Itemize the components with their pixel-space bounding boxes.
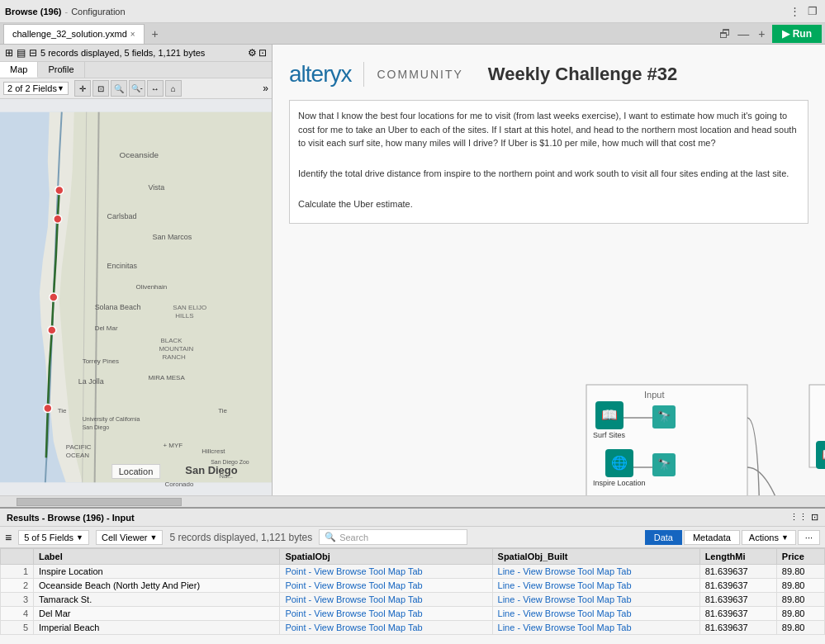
right-panel[interactable]: alteryx COMMUNITY Weekly Challenge #32 N…: [273, 45, 825, 495]
search-box[interactable]: 🔍 Search: [319, 529, 467, 545]
map-area[interactable]: Oceanside Vista Carlsbad San Marcos Enci…: [0, 99, 272, 495]
metadata-tab-btn[interactable]: Metadata: [684, 530, 740, 545]
map-pan-icon[interactable]: ↔: [147, 80, 164, 97]
table-row[interactable]: 3 Tamarack St. Point - View Browse Tool …: [1, 593, 825, 607]
tab-label: challenge_32_solution.yxmd: [12, 29, 127, 39]
col-record: [1, 549, 34, 565]
svg-point-31: [54, 215, 62, 223]
browse-icon-2: 🔭: [652, 453, 676, 476]
svg-text:MOUNTAIN: MOUNTAIN: [159, 345, 193, 353]
svg-text:BLACK: BLACK: [160, 337, 183, 344]
tab-close-btn[interactable]: ×: [130, 30, 135, 39]
workflow-hscroll[interactable]: [0, 495, 825, 507]
map-tab[interactable]: Map: [0, 62, 38, 78]
table-row[interactable]: 4 Del Mar Point - View Browse Tool Map T…: [1, 607, 825, 621]
data-tab-btn[interactable]: Data: [645, 530, 682, 545]
svg-text:Na...: Na...: [219, 472, 233, 480]
top-bar: Browse (196) - Configuration ⋮ ❐: [0, 0, 825, 23]
surf-sites-tool[interactable]: 📖 Surf Sites: [593, 401, 625, 439]
map-zoom-in-icon[interactable]: 🔍: [111, 80, 127, 97]
surf-sites-icon: 📖: [595, 401, 623, 429]
search-icon: 🔍: [325, 532, 336, 542]
left-panel: ⊞ ▤ ⊟ 5 records displayed, 5 fields, 1,1…: [0, 45, 273, 495]
table-row[interactable]: 2 Oceanside Beach (North Jetty And Pier)…: [1, 579, 825, 593]
svg-text:La Jolla: La Jolla: [78, 377, 104, 386]
cell-viewer-chevron-icon: ▼: [149, 533, 157, 542]
inspire-label: Inspire Location: [593, 479, 646, 487]
alteryx-header: alteryx COMMUNITY Weekly Challenge #32: [289, 61, 808, 88]
actions-label: Actions: [749, 533, 779, 542]
svg-text:Olivenhain: Olivenhain: [136, 283, 168, 291]
fields-chevron-icon: ▼: [57, 84, 64, 92]
col-length[interactable]: LengthMi: [699, 549, 776, 565]
browse-title: Browse (196): [5, 7, 61, 17]
map-select-icon[interactable]: ⊡: [92, 80, 109, 97]
menu-dots-btn[interactable]: ⋮: [787, 4, 802, 19]
browse-separator: -: [64, 7, 68, 17]
map-zoom-out-icon[interactable]: 🔍-: [129, 80, 145, 97]
cell-spatial-built: Line - View Browse Tool Map Tab: [492, 607, 699, 621]
cell-price: 89.80: [776, 579, 824, 593]
table-row[interactable]: 1 Inspire Location Point - View Browse T…: [1, 565, 825, 579]
table-row[interactable]: 5 Imperial Beach Point - View Browse Too…: [1, 621, 825, 635]
logo-separator: [363, 62, 364, 87]
fields-dropdown[interactable]: 2 of 2 Fields ▼: [3, 82, 69, 95]
hscroll-thumb[interactable]: [17, 498, 182, 506]
results-title: Results - Browse (196) - Input: [7, 513, 135, 523]
fields-chevron-icon: ▼: [76, 533, 83, 542]
cell-viewer-dropdown[interactable]: Cell Viewer ▼: [96, 530, 163, 545]
output-book-tool[interactable]: 📖: [816, 441, 825, 469]
svg-text:Oceanside: Oceanside: [120, 150, 159, 159]
profile-tab[interactable]: Profile: [38, 62, 84, 78]
map-home-icon[interactable]: ⌂: [165, 80, 182, 97]
results-expand-icon[interactable]: ⊡: [811, 512, 818, 523]
window-maximize-btn[interactable]: +: [754, 26, 769, 41]
inspire-browse[interactable]: 🔭: [652, 453, 676, 476]
browse-expand-icon[interactable]: ⊡: [258, 47, 267, 59]
svg-point-32: [50, 293, 58, 301]
map-add-icon[interactable]: ✛: [74, 80, 91, 97]
grid-icon: ⊞: [5, 47, 13, 59]
svg-text:Tie: Tie: [58, 407, 67, 414]
svg-text:HILLS: HILLS: [175, 312, 193, 320]
col-label[interactable]: Label: [34, 549, 280, 565]
window-restore-btn[interactable]: 🗗: [718, 26, 733, 41]
col-spatial-built[interactable]: SpatialObj_Built: [492, 549, 699, 565]
desc-line-2: Identify the total drive distance from i…: [298, 167, 799, 181]
cell-label: Inspire Location: [34, 565, 280, 579]
col-spatial[interactable]: SpatialObj: [280, 549, 492, 565]
run-button[interactable]: ▶ Run: [772, 25, 822, 43]
cell-price: 89.80: [776, 593, 824, 607]
active-tab[interactable]: challenge_32_solution.yxmd ×: [3, 24, 145, 44]
svg-point-30: [55, 186, 64, 194]
svg-text:MIRA MESA: MIRA MESA: [148, 374, 185, 381]
cell-record: 1: [1, 565, 34, 579]
fields-label: 2 of 2 Fields: [7, 83, 57, 93]
more-options-btn[interactable]: ···: [798, 530, 820, 545]
window-minimize-btn[interactable]: —: [736, 26, 751, 41]
cell-spatial-built: Line - View Browse Tool Map Tab: [492, 593, 699, 607]
cell-record: 2: [1, 579, 34, 593]
fields-count-dropdown[interactable]: 5 of 5 Fields ▼: [18, 530, 89, 545]
results-panel: Results - Browse (196) - Input ⋮⋮ ⊡ ≡ 5 …: [0, 507, 825, 644]
results-more-icon[interactable]: ⋮⋮: [789, 512, 808, 523]
svg-text:San Marcos: San Marcos: [152, 233, 192, 241]
surf-sites-browse[interactable]: 🔭: [652, 405, 676, 429]
add-tab-btn[interactable]: +: [146, 25, 164, 43]
list-icon: ▤: [17, 47, 26, 59]
actions-dropdown[interactable]: Actions ▼: [742, 530, 796, 545]
cell-viewer-label: Cell Viewer: [102, 533, 147, 542]
restore-btn[interactable]: ❐: [805, 4, 820, 19]
col-price[interactable]: Price: [776, 549, 824, 565]
cell-label: Oceanside Beach (North Jetty And Pier): [34, 579, 280, 593]
cell-spatial-built: Line - View Browse Tool Map Tab: [492, 579, 699, 593]
surf-sites-label: Surf Sites: [593, 431, 625, 439]
browse-settings-icon[interactable]: ⚙: [248, 47, 257, 59]
desc-line-3: Calculate the Uber estimate.: [298, 197, 799, 211]
panel-expand-btn[interactable]: »: [263, 83, 268, 94]
records-info: 5 records displayed, 5 fields, 1,121 byt…: [40, 48, 205, 58]
svg-text:Solana Beach: Solana Beach: [95, 303, 141, 311]
desc-line-1: Now that I know the best four locations …: [298, 109, 799, 150]
svg-text:Hillcrest: Hillcrest: [202, 447, 225, 455]
inspire-location-tool[interactable]: 🌐 Inspire Location: [593, 449, 646, 487]
